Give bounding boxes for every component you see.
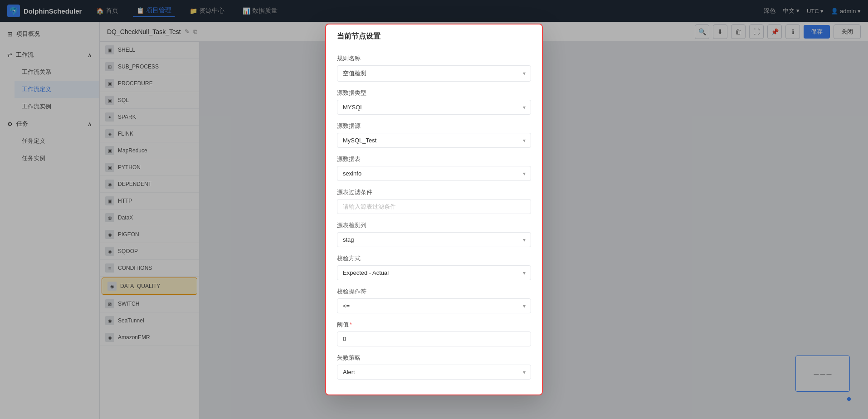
fail-strategy-select-wrapper: Alert bbox=[337, 365, 531, 380]
modal-body: 规则名称 空值检测 源数据类型 MYSQL 源数据源 MySQL_Test bbox=[326, 47, 542, 394]
source-datasource-select[interactable]: MySQL_Test bbox=[337, 133, 531, 148]
source-table-select-wrapper: sexinfo bbox=[337, 166, 531, 181]
fail-strategy-select[interactable]: Alert bbox=[337, 365, 531, 380]
verify-op-label: 校验操作符 bbox=[337, 287, 531, 296]
source-table-select[interactable]: sexinfo bbox=[337, 166, 531, 181]
form-group-source-type: 源数据类型 MYSQL bbox=[337, 89, 531, 115]
rule-name-select[interactable]: 空值检测 bbox=[337, 65, 531, 82]
source-datasource-label: 源数据源 bbox=[337, 122, 531, 130]
detect-col-select[interactable]: stag bbox=[337, 232, 531, 247]
fail-strategy-label: 失败策略 bbox=[337, 354, 531, 362]
source-type-select-wrapper: MYSQL bbox=[337, 100, 531, 115]
filter-input[interactable] bbox=[337, 199, 531, 214]
verify-method-select[interactable]: Expected - Actual bbox=[337, 265, 531, 280]
form-group-detect-col: 源表检测列 stag bbox=[337, 221, 531, 247]
modal-footer: 取消 确定 bbox=[326, 394, 542, 395]
source-table-label: 源数据表 bbox=[337, 155, 531, 163]
form-group-fail-strategy: 失败策略 Alert bbox=[337, 354, 531, 380]
form-group-threshold: 阈值* bbox=[337, 321, 531, 346]
verify-op-select[interactable]: <= bbox=[337, 298, 531, 313]
form-group-filter: 源表过滤条件 bbox=[337, 188, 531, 214]
source-type-label: 源数据类型 bbox=[337, 89, 531, 97]
node-settings-modal: 当前节点设置 规则名称 空值检测 源数据类型 MYSQL 源数据源 MyS bbox=[325, 24, 543, 395]
verify-method-label: 校验方式 bbox=[337, 254, 531, 263]
detect-col-label: 源表检测列 bbox=[337, 221, 531, 229]
filter-label: 源表过滤条件 bbox=[337, 188, 531, 196]
threshold-required: * bbox=[350, 321, 352, 328]
verify-method-select-wrapper: Expected - Actual bbox=[337, 265, 531, 280]
form-group-source-datasource: 源数据源 MySQL_Test bbox=[337, 122, 531, 148]
modal-overlay: 当前节点设置 规则名称 空值检测 源数据类型 MYSQL 源数据源 MyS bbox=[0, 0, 868, 419]
form-group-rule-name: 规则名称 空值检测 bbox=[337, 54, 531, 82]
rule-name-label: 规则名称 bbox=[337, 54, 531, 63]
form-group-verify-method: 校验方式 Expected - Actual bbox=[337, 254, 531, 280]
detect-col-select-wrapper: stag bbox=[337, 232, 531, 247]
rule-name-select-wrapper: 空值检测 bbox=[337, 65, 531, 82]
threshold-label: 阈值* bbox=[337, 321, 531, 329]
form-group-source-table: 源数据表 sexinfo bbox=[337, 155, 531, 181]
source-type-select[interactable]: MYSQL bbox=[337, 100, 531, 115]
form-group-verify-op: 校验操作符 <= bbox=[337, 287, 531, 313]
threshold-input[interactable] bbox=[337, 331, 531, 346]
modal-title: 当前节点设置 bbox=[326, 24, 542, 47]
verify-op-select-wrapper: <= bbox=[337, 298, 531, 313]
source-datasource-select-wrapper: MySQL_Test bbox=[337, 133, 531, 148]
